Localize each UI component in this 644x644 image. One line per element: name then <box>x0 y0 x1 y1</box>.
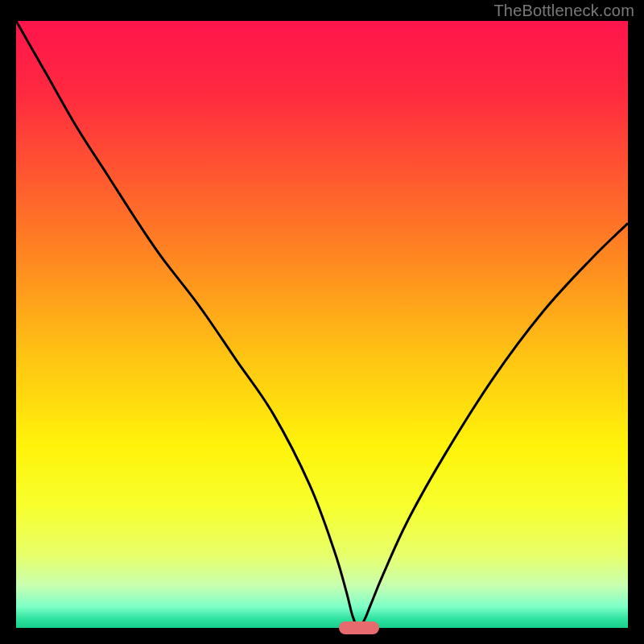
plot-svg <box>16 21 628 628</box>
gradient-background <box>16 21 628 628</box>
watermark-text: TheBottleneck.com <box>493 2 634 20</box>
plot-area <box>16 21 628 628</box>
optimum-marker <box>339 621 379 634</box>
chart-container: TheBottleneck.com <box>0 0 644 644</box>
